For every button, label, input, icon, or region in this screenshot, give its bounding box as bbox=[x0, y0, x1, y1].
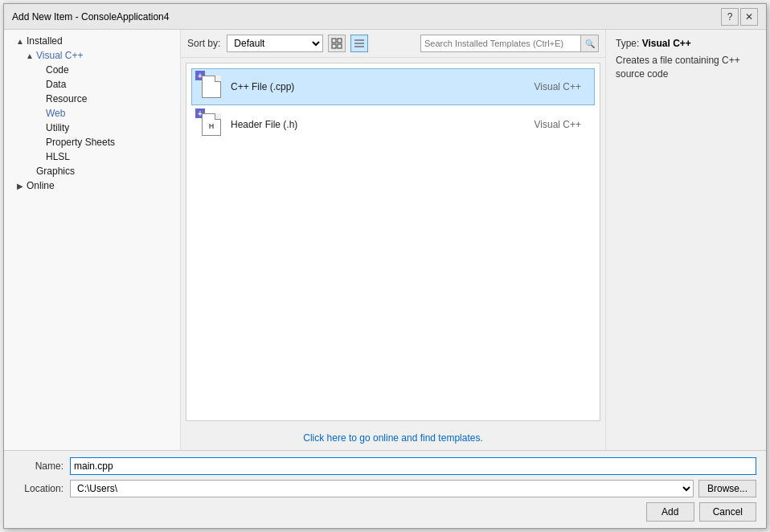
svg-rect-0 bbox=[332, 39, 336, 43]
template-type-header-file: Visual C++ bbox=[534, 119, 581, 130]
search-container: 🔍 bbox=[420, 35, 599, 52]
file-icon-cpp-file bbox=[202, 76, 221, 98]
tree-item-utility[interactable]: Utility bbox=[4, 121, 180, 135]
template-name-cpp-file: C++ File (.cpp) bbox=[231, 81, 534, 92]
name-input[interactable] bbox=[70, 457, 756, 475]
tree-item-hlsl[interactable]: HLSL bbox=[4, 149, 180, 164]
sort-select[interactable]: Default bbox=[227, 35, 323, 52]
template-name-header-file: Header File (.h) bbox=[231, 119, 534, 130]
template-icon-cpp-file: + bbox=[199, 74, 224, 100]
list-view-button[interactable] bbox=[350, 35, 368, 52]
close-button[interactable]: ✕ bbox=[740, 8, 758, 26]
tree-label-hlsl: HLSL bbox=[46, 151, 177, 162]
online-link[interactable]: Click here to go online and find templat… bbox=[303, 432, 482, 444]
dialog-title: Add New Item - ConsoleApplication4 bbox=[12, 11, 169, 23]
tree-label-code: Code bbox=[46, 64, 177, 76]
type-info: Type: Visual C++ bbox=[616, 38, 756, 49]
template-list: +C++ File (.cpp)Visual C+++HHeader File … bbox=[186, 63, 600, 421]
tree-item-code[interactable]: Code bbox=[4, 63, 180, 77]
svg-rect-2 bbox=[332, 44, 336, 48]
left-panel: ▲Installed▲Visual C++CodeDataResourceWeb… bbox=[4, 30, 181, 450]
browse-button[interactable]: Browse... bbox=[698, 480, 756, 497]
tree-label-resource: Resource bbox=[46, 93, 177, 104]
tree-label-online: Online bbox=[27, 180, 177, 191]
location-row: Location: C:\Users\ Browse... bbox=[14, 480, 756, 497]
tree-label-graphics: Graphics bbox=[36, 166, 177, 177]
search-button[interactable]: 🔍 bbox=[581, 35, 599, 52]
sort-label: Sort by: bbox=[187, 38, 220, 49]
type-value: Visual C++ bbox=[642, 38, 691, 49]
cancel-button[interactable]: Cancel bbox=[699, 502, 756, 522]
tree-item-graphics[interactable]: Graphics bbox=[4, 164, 180, 178]
toolbar: Sort by: Default bbox=[181, 30, 605, 58]
tree-label-property-sheets: Property Sheets bbox=[46, 137, 177, 148]
template-item-header-file[interactable]: +HHeader File (.h)Visual C++ bbox=[191, 106, 595, 143]
tree-item-data[interactable]: Data bbox=[4, 77, 180, 92]
tree-item-visual-cpp[interactable]: ▲Visual C++ bbox=[4, 48, 180, 63]
type-description: Creates a file containing C++ source cod… bbox=[616, 54, 756, 81]
tree-label-installed: Installed bbox=[27, 35, 177, 47]
search-input[interactable] bbox=[420, 35, 581, 52]
add-new-item-dialog: Add New Item - ConsoleApplication4 ? ✕ ▲… bbox=[3, 3, 767, 529]
add-button[interactable]: Add bbox=[646, 502, 694, 522]
tree-arrow-installed: ▲ bbox=[14, 37, 27, 46]
svg-rect-1 bbox=[338, 39, 342, 43]
online-link-container: Click here to go online and find templat… bbox=[181, 426, 605, 450]
template-type-cpp-file: Visual C++ bbox=[534, 81, 581, 92]
right-panel: Type: Visual C++ Creates a file containi… bbox=[605, 30, 766, 450]
name-row: Name: bbox=[14, 457, 756, 475]
grid-view-button[interactable] bbox=[328, 35, 346, 52]
title-bar-controls: ? ✕ bbox=[721, 8, 758, 26]
tree-item-online[interactable]: ▶Online bbox=[4, 178, 180, 193]
file-icon-header-file: H bbox=[202, 113, 221, 136]
tree-item-resource[interactable]: Resource bbox=[4, 92, 180, 106]
location-container: C:\Users\ Browse... bbox=[70, 480, 756, 497]
type-label: Type: bbox=[616, 38, 639, 49]
template-icon-header-file: +H bbox=[199, 112, 224, 137]
template-item-cpp-file[interactable]: +C++ File (.cpp)Visual C++ bbox=[191, 68, 595, 105]
buttons-row: Add Cancel bbox=[14, 502, 756, 522]
location-select[interactable]: C:\Users\ bbox=[70, 480, 694, 497]
svg-rect-3 bbox=[338, 44, 342, 48]
location-label: Location: bbox=[14, 483, 70, 494]
bottom-section: Name: Location: C:\Users\ Browse... Add … bbox=[4, 450, 766, 528]
tree-label-visual-cpp: Visual C++ bbox=[36, 50, 177, 61]
tree-label-utility: Utility bbox=[46, 122, 177, 133]
tree-item-installed[interactable]: ▲Installed bbox=[4, 34, 180, 48]
main-panel: Sort by: Default bbox=[181, 30, 605, 450]
content-area: ▲Installed▲Visual C++CodeDataResourceWeb… bbox=[4, 30, 766, 450]
name-label: Name: bbox=[14, 460, 70, 472]
tree-label-data: Data bbox=[46, 79, 177, 90]
tree-label-web: Web bbox=[46, 108, 177, 119]
title-bar: Add New Item - ConsoleApplication4 ? ✕ bbox=[4, 4, 766, 30]
tree-item-property-sheets[interactable]: Property Sheets bbox=[4, 135, 180, 149]
tree-arrow-visual-cpp: ▲ bbox=[23, 51, 36, 60]
tree-item-web[interactable]: Web bbox=[4, 106, 180, 121]
tree-arrow-online: ▶ bbox=[14, 182, 27, 190]
help-button[interactable]: ? bbox=[721, 8, 739, 26]
